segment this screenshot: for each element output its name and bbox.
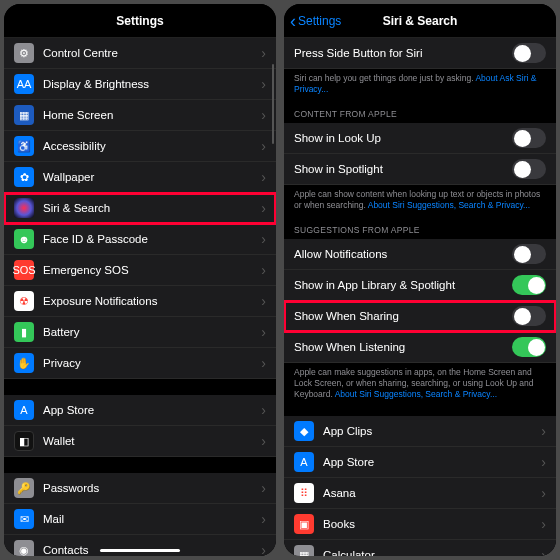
settings-row-exposure-notifications[interactable]: ☢Exposure Notifications› [4, 286, 276, 317]
app-icon: A [294, 452, 314, 472]
footnote: Apple can make suggestions in apps, on t… [284, 363, 556, 406]
app-icon: ▣ [294, 514, 314, 534]
settings-row-control-centre[interactable]: ⚙Control Centre› [4, 38, 276, 69]
chevron-right-icon: › [261, 402, 266, 418]
settings-row-emergency-sos[interactable]: SOSEmergency SOS› [4, 255, 276, 286]
app-row-app-store[interactable]: AApp Store› [284, 447, 556, 478]
chevron-right-icon: › [261, 138, 266, 154]
row-icon: 🔑 [14, 478, 34, 498]
chevron-right-icon: › [261, 542, 266, 556]
toggle-switch[interactable] [512, 337, 546, 357]
row-label: App Store [323, 456, 541, 468]
scroll-indicator[interactable] [272, 64, 274, 144]
row-label: Asana [323, 487, 541, 499]
row-label: Siri & Search [43, 202, 261, 214]
toggle-switch[interactable] [512, 159, 546, 179]
settings-row-accessibility[interactable]: ♿Accessibility› [4, 131, 276, 162]
toggle-row-show-in-look-up[interactable]: Show in Look Up [284, 123, 556, 154]
row-label: Display & Brightness [43, 78, 261, 90]
app-row-books[interactable]: ▣Books› [284, 509, 556, 540]
settings-row-app-store[interactable]: AApp Store› [4, 395, 276, 426]
row-label: App Store [43, 404, 261, 416]
toggle-switch[interactable] [512, 306, 546, 326]
footnote-link[interactable]: About Siri Suggestions, Search & Privacy… [335, 389, 497, 399]
row-icon: ✋ [14, 353, 34, 373]
row-label: Allow Notifications [294, 248, 512, 260]
toggle-switch[interactable] [512, 275, 546, 295]
settings-row-passwords[interactable]: 🔑Passwords› [4, 473, 276, 504]
row-icon: A [14, 400, 34, 420]
toggle-row-show-when-listening[interactable]: Show When Listening [284, 332, 556, 363]
settings-row-display-brightness[interactable]: AADisplay & Brightness› [4, 69, 276, 100]
chevron-right-icon: › [261, 324, 266, 340]
settings-row-contacts[interactable]: ◉Contacts› [4, 535, 276, 556]
chevron-right-icon: › [261, 511, 266, 527]
toggle-switch[interactable] [512, 244, 546, 264]
footnote: Apple can show content when looking up t… [284, 185, 556, 217]
app-row-calculator[interactable]: ▦Calculator› [284, 540, 556, 556]
settings-row-siri-search[interactable]: Siri & Search› [4, 193, 276, 224]
settings-row-face-id-passcode[interactable]: ☻Face ID & Passcode› [4, 224, 276, 255]
chevron-right-icon: › [541, 516, 546, 532]
page-title: Settings [116, 14, 163, 28]
row-icon: ◉ [14, 540, 34, 556]
row-label: Mail [43, 513, 261, 525]
row-label: Show When Sharing [294, 310, 512, 322]
row-label: Passwords [43, 482, 261, 494]
chevron-right-icon: › [261, 293, 266, 309]
footnote: Siri can help you get things done just b… [284, 69, 556, 101]
row-label: Wallet [43, 435, 261, 447]
footnote-link[interactable]: About Siri Suggestions, Search & Privacy… [368, 200, 530, 210]
settings-list[interactable]: ⚙Control Centre›AADisplay & Brightness›▦… [4, 38, 276, 556]
home-indicator[interactable] [100, 549, 180, 552]
page-title: Siri & Search [383, 14, 458, 28]
toggle-row-show-in-app-library-spotlight[interactable]: Show in App Library & Spotlight [284, 270, 556, 301]
row-label: Books [323, 518, 541, 530]
row-icon: ♿ [14, 136, 34, 156]
row-icon: AA [14, 74, 34, 94]
siri-settings-list[interactable]: Press Side Button for SiriSiri can help … [284, 38, 556, 556]
back-button[interactable]: Settings [290, 14, 341, 28]
row-label: Show When Listening [294, 341, 512, 353]
toggle-row-show-when-sharing[interactable]: Show When Sharing [284, 301, 556, 332]
app-icon: ⠿ [294, 483, 314, 503]
row-icon: ☻ [14, 229, 34, 249]
row-label: Face ID & Passcode [43, 233, 261, 245]
row-label: Privacy [43, 357, 261, 369]
row-icon: ⚙ [14, 43, 34, 63]
chevron-right-icon: › [541, 547, 546, 556]
toggle-switch[interactable] [512, 43, 546, 63]
app-row-app-clips[interactable]: ◆App Clips› [284, 416, 556, 447]
chevron-right-icon: › [261, 231, 266, 247]
settings-row-wallpaper[interactable]: ✿Wallpaper› [4, 162, 276, 193]
chevron-right-icon: › [261, 355, 266, 371]
chevron-right-icon: › [261, 262, 266, 278]
row-label: Show in Look Up [294, 132, 512, 144]
settings-row-battery[interactable]: ▮Battery› [4, 317, 276, 348]
chevron-right-icon: › [261, 45, 266, 61]
row-label: App Clips [323, 425, 541, 437]
app-row-asana[interactable]: ⠿Asana› [284, 478, 556, 509]
settings-row-privacy[interactable]: ✋Privacy› [4, 348, 276, 379]
footnote-link[interactable]: About Ask Siri & Privacy... [294, 73, 536, 94]
row-label: Exposure Notifications [43, 295, 261, 307]
row-icon: ◧ [14, 431, 34, 451]
toggle-row-allow-notifications[interactable]: Allow Notifications [284, 239, 556, 270]
toggle-switch[interactable] [512, 128, 546, 148]
row-label: Accessibility [43, 140, 261, 152]
settings-row-wallet[interactable]: ◧Wallet› [4, 426, 276, 457]
settings-row-home-screen[interactable]: ▦Home Screen› [4, 100, 276, 131]
row-label: Emergency SOS [43, 264, 261, 276]
row-icon: ✿ [14, 167, 34, 187]
chevron-right-icon: › [261, 169, 266, 185]
header: Settings [4, 4, 276, 38]
row-label: Show in App Library & Spotlight [294, 279, 512, 291]
app-icon: ◆ [294, 421, 314, 441]
row-label: Press Side Button for Siri [294, 47, 512, 59]
settings-row-mail[interactable]: ✉Mail› [4, 504, 276, 535]
toggle-row-press-side-button-for-siri[interactable]: Press Side Button for Siri [284, 38, 556, 69]
row-icon: ☢ [14, 291, 34, 311]
row-label: Show in Spotlight [294, 163, 512, 175]
row-label: Calculator [323, 549, 541, 556]
toggle-row-show-in-spotlight[interactable]: Show in Spotlight [284, 154, 556, 185]
